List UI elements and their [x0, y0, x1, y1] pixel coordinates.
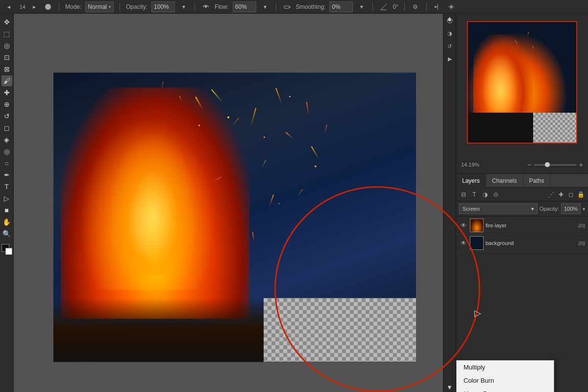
heal-tool[interactable]: ✚: [1, 87, 12, 98]
panel-icon-adjust[interactable]: ◑: [445, 28, 455, 38]
svg-point-1: [205, 6, 207, 8]
blend-mode-menu: Multiply Color Burn Linear Burn Darker C…: [456, 360, 554, 392]
transparency-checker: [264, 298, 416, 362]
zoom-value: 14.19%: [461, 162, 479, 168]
opacity-chevron-icon[interactable]: ▾: [179, 2, 189, 12]
crop-tool[interactable]: ⊠: [1, 64, 12, 74]
panel-collapse-down-icon[interactable]: ▼: [446, 384, 453, 391]
pressure-icon[interactable]: [201, 2, 211, 12]
brush-preset-icon[interactable]: [43, 2, 53, 12]
left-tool-panel: ✥ ⬚ ◎ ⊡ ⊠ 🖌 ✚ ⊕ ↺ ◻ ◈ ◎ ○ ✒ T ▷ ■ ✋ 🔍: [0, 14, 14, 392]
tab-layers[interactable]: Layers: [456, 174, 486, 188]
toolbar-separator-7: [426, 2, 427, 11]
toolbar-separator-4: [276, 2, 276, 11]
panel-icon-history[interactable]: ↺: [445, 41, 455, 51]
lock-position-icon[interactable]: ✚: [557, 190, 565, 199]
layer-item-fire[interactable]: 👁 fire-layer .jpg: [456, 217, 588, 234]
path-select-tool[interactable]: ▷: [1, 193, 12, 204]
mode-label: Mode:: [65, 3, 81, 10]
shape-tool[interactable]: ■: [1, 205, 12, 216]
zoom-slider[interactable]: [534, 164, 576, 166]
dodge-tool[interactable]: ○: [1, 158, 12, 169]
brush-size-decrement[interactable]: ◂: [4, 2, 14, 12]
canvas-area[interactable]: [14, 14, 456, 392]
hand-tool[interactable]: ✋: [1, 217, 12, 227]
symmetry-icon[interactable]: [433, 2, 442, 12]
fire-ground: [53, 298, 271, 362]
toolbar-separator-2: [120, 2, 120, 11]
filter-layers-icon[interactable]: ⊟: [459, 190, 468, 199]
opacity-label: Opacity:: [126, 3, 147, 10]
symmetry2-icon[interactable]: [446, 2, 456, 12]
toolbar-separator-5: [372, 2, 373, 11]
main-canvas[interactable]: [53, 73, 416, 362]
mask-filter-icon[interactable]: ⊙: [491, 190, 500, 199]
selection-tool[interactable]: ⬚: [1, 28, 12, 39]
brush-size-increment[interactable]: ▸: [29, 2, 39, 12]
zoom-max-icon[interactable]: +: [579, 161, 583, 169]
mode-dropdown[interactable]: Normal ▾: [85, 1, 114, 12]
type-filter-icon[interactable]: T: [470, 190, 479, 199]
nav-dark-bottom: [468, 113, 533, 143]
layers-panel: Layers Channels Paths ⊟ T ◑ ⊙ ⋰ ✚ ◻ 🔒: [456, 174, 588, 252]
blend-option-linear-burn[interactable]: Linear Burn: [457, 387, 554, 392]
lock-all-icon[interactable]: 🔒: [576, 190, 585, 199]
layer-item-bg[interactable]: 👁 background .jpg: [456, 234, 588, 252]
opacity-chevron-icon[interactable]: ▾: [583, 206, 585, 212]
clone-tool[interactable]: ⊕: [1, 99, 12, 110]
history-brush-tool[interactable]: ↺: [1, 111, 12, 122]
panel-icon-actions[interactable]: ▶: [445, 54, 455, 64]
nav-checker: [533, 113, 576, 143]
layer-visibility-eye-bg[interactable]: 👁: [459, 240, 468, 246]
layer-ext-fire: .jpg: [577, 222, 585, 228]
object-select-tool[interactable]: ⊡: [1, 52, 12, 63]
tab-channels[interactable]: Channels: [486, 174, 523, 188]
layer-thumbnail-fire: [470, 219, 484, 232]
angle-icon[interactable]: [379, 2, 389, 12]
opacity-value[interactable]: 100%: [151, 1, 175, 12]
zoom-tool[interactable]: 🔍: [1, 228, 12, 239]
background-color[interactable]: [5, 248, 12, 255]
flow-chevron-icon[interactable]: ▾: [260, 2, 270, 12]
blend-option-color-burn[interactable]: Color Burn: [457, 374, 554, 387]
smoothing-label: Smoothing:: [296, 3, 326, 10]
smoothing-chevron-icon[interactable]: ▾: [357, 2, 367, 12]
toolbar-separator-1: [59, 2, 59, 11]
lasso-tool[interactable]: ◎: [1, 40, 12, 51]
navigator-thumbnail[interactable]: [467, 21, 577, 144]
smoothing-value[interactable]: 0%: [329, 1, 353, 12]
layers-tabs: Layers Channels Paths: [456, 174, 588, 188]
move-tool[interactable]: ✥: [1, 17, 12, 27]
zoom-slider-thumb[interactable]: [545, 162, 550, 167]
svg-point-0: [45, 4, 51, 10]
blur-tool[interactable]: ◎: [1, 146, 12, 157]
lock-icons: ⋰ ✚ ◻ 🔒: [547, 190, 585, 199]
adjustment-filter-icon[interactable]: ◑: [481, 190, 490, 199]
right-panel: Navigator 14.19% − +: [456, 0, 588, 392]
flow-value[interactable]: 60%: [233, 1, 256, 12]
lock-pixels-icon[interactable]: ⋰: [547, 190, 556, 199]
brush-tool[interactable]: 🖌: [1, 75, 12, 86]
svg-rect-2: [284, 6, 289, 8]
pen-tool[interactable]: ✒: [1, 170, 12, 180]
layer-visibility-eye[interactable]: 👁: [459, 222, 468, 229]
opacity-value[interactable]: 100%: [561, 203, 581, 214]
tab-paths[interactable]: Paths: [523, 174, 551, 188]
airbrush-icon[interactable]: [282, 2, 292, 12]
zoom-min-icon[interactable]: −: [527, 161, 531, 169]
type-tool[interactable]: T: [1, 181, 12, 192]
layers-toolbar: ⊟ T ◑ ⊙ ⋰ ✚ ◻ 🔒: [456, 188, 588, 201]
blend-mode-dropdown[interactable]: Screen ▾: [459, 203, 538, 214]
fill-tool[interactable]: ◈: [1, 134, 12, 145]
flow-label: Flow:: [215, 3, 229, 10]
blend-mode-value: Screen: [463, 206, 480, 212]
canvas-image: [53, 73, 416, 362]
brush-settings-icon[interactable]: ⚙: [411, 2, 420, 12]
eraser-tool[interactable]: ◻: [1, 122, 12, 133]
blend-option-multiply[interactable]: Multiply: [457, 361, 554, 374]
top-toolbar: ◂ 14 ▸ Mode: Normal ▾ Opacity: 100% ▾ Fl…: [0, 0, 588, 14]
navigator-zoom-bar: 14.19% − +: [456, 161, 588, 169]
panel-collapse-up-icon[interactable]: ▲: [446, 15, 453, 22]
layer-name-fire: fire-layer: [486, 222, 575, 228]
lock-artboard-icon[interactable]: ◻: [566, 190, 575, 199]
